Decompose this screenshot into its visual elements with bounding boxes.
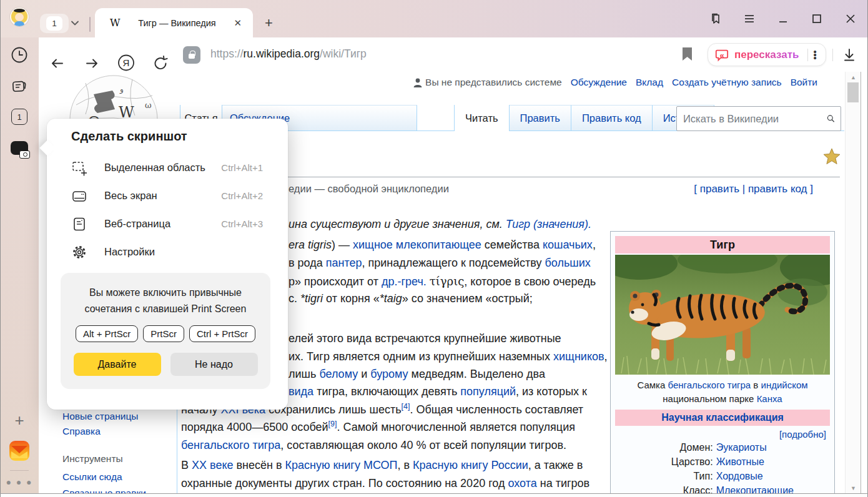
article-link[interactable]: бенгальского тигра <box>181 439 280 451</box>
caption-link[interactable]: Канха <box>757 393 782 404</box>
yandex-search-icon[interactable]: Я <box>117 46 136 80</box>
taxobox-title: Тигр <box>615 236 830 253</box>
forward-icon[interactable] <box>83 46 101 81</box>
profile-avatar[interactable] <box>10 7 29 26</box>
personal-link[interactable]: Обсуждение <box>571 77 627 87</box>
article-link[interactable]: вида <box>289 385 313 398</box>
classification-detail-link[interactable]: [подробно] <box>615 426 830 441</box>
add-panel-button[interactable]: + <box>0 411 39 430</box>
article-text: *tigri <box>300 292 323 305</box>
chevron-down-icon[interactable] <box>70 19 80 27</box>
personal-link[interactable]: Вклад <box>636 77 663 87</box>
article-link[interactable]: больших <box>545 257 591 269</box>
tab-action[interactable]: Править <box>510 105 571 131</box>
search-icon[interactable] <box>827 112 835 125</box>
article-link[interactable]: др.-греч. <box>382 275 427 288</box>
article-link[interactable]: хищное млекопитающее <box>353 239 481 251</box>
personal-link[interactable]: Войти <box>791 77 817 87</box>
sidebar-link[interactable]: Ссылки сюда <box>62 471 122 483</box>
tiger-photo[interactable] <box>615 255 830 375</box>
tab-group-counter[interactable]: 1 <box>40 14 69 33</box>
history-button[interactable] <box>0 46 39 64</box>
scrollbar-edge <box>861 72 861 494</box>
classification-header[interactable]: Научная классификация <box>615 410 830 426</box>
article-link[interactable]: Красную книгу МСОП <box>285 459 398 471</box>
svg-text:W: W <box>119 104 134 119</box>
article-link[interactable]: популяций <box>460 385 516 398</box>
close-window-icon[interactable] <box>844 12 857 25</box>
tab-action[interactable]: Править код <box>571 105 653 131</box>
wikipedia-favicon: W <box>110 17 120 29</box>
address-bar[interactable]: https://ru.wikipedia.org/wiki/Тигр <box>210 47 367 61</box>
article-link[interactable]: кошачьих <box>543 239 593 251</box>
new-tab-button[interactable]: + <box>265 15 273 31</box>
article-text: . Самой многочисленной является популяци… <box>337 421 575 433</box>
article-link[interactable]: [9] <box>328 420 337 428</box>
article-text: , из которых к <box>516 385 587 398</box>
missing-puzzle-piece <box>94 91 115 113</box>
caption-link[interactable]: бенгальского тигра <box>668 380 751 390</box>
article-link[interactable]: Тигр (значения). <box>506 218 591 230</box>
featured-article-star-icon[interactable] <box>823 148 841 165</box>
taxon-value-link[interactable]: Животные <box>716 455 830 469</box>
ssl-lock-icon[interactable] <box>183 46 200 64</box>
sidebar-link[interactable]: Справка <box>62 426 101 437</box>
article-text: , которое в свою очередь <box>464 275 596 288</box>
downloads-icon[interactable] <box>841 47 857 63</box>
article-text: » со значением «острый; <box>402 292 533 305</box>
yandex-mail-button[interactable] <box>0 441 39 461</box>
more-options-icon[interactable]: ••• <box>813 50 816 59</box>
article-link[interactable]: XX веке <box>192 459 233 471</box>
taxon-value-link[interactable]: Хордовые <box>716 470 830 483</box>
page-action-tabs: ЧитатьПравитьПравить кодИстория <box>454 105 714 131</box>
taxon-value-link[interactable]: Млекопитающие <box>716 484 830 494</box>
decline-button[interactable]: Не надо <box>170 353 258 376</box>
pill-divider <box>807 49 808 61</box>
accept-button[interactable]: Давайте <box>74 353 161 376</box>
menu-icon[interactable] <box>743 12 756 25</box>
tab-active-action[interactable]: Читать <box>454 105 510 131</box>
page-scrollbar[interactable]: ▲ ▼ <box>845 72 861 494</box>
toolbar-divider <box>832 49 833 61</box>
article-text: на тигров <box>537 477 589 490</box>
minimize-icon[interactable] <box>777 12 789 25</box>
sidebar-link[interactable]: Новые страницы <box>62 411 138 422</box>
menu-item-весь-экран[interactable]: Весь экранCtrl+Alt+2 <box>47 182 288 210</box>
scroll-up-icon[interactable]: ▲ <box>846 74 861 81</box>
article-link[interactable]: [4] <box>402 402 410 411</box>
tab-count-icon: 1 <box>11 109 27 125</box>
maximize-icon[interactable] <box>811 12 823 25</box>
retell-button[interactable]: « пересказать ••• <box>708 43 826 66</box>
tab-manager-button[interactable]: 1 <box>0 109 39 125</box>
article-text: с. <box>289 292 300 305</box>
taxon-value-link[interactable]: Эукариоты <box>716 441 830 455</box>
article-link[interactable]: пантер <box>326 257 362 269</box>
screenshot-tool-button[interactable] <box>0 141 39 155</box>
personal-link[interactable]: Создать учётную запись <box>672 77 782 87</box>
article-link[interactable]: Красную книгу России <box>413 459 528 471</box>
article-link[interactable]: белому <box>319 368 358 380</box>
caption-link[interactable]: индийском <box>761 380 808 390</box>
bookmarks-panel-icon[interactable] <box>709 12 722 25</box>
article-text: . Общая численность составляет <box>410 403 583 416</box>
popup-menu: Выделенная областьCtrl+Alt+1Весь экранCt… <box>47 154 288 266</box>
menu-item-веб-страница[interactable]: Веб-страницаCtrl+Alt+3 <box>47 210 288 238</box>
article-link[interactable]: бурому <box>370 368 408 380</box>
article-text: , <box>593 239 596 251</box>
reload-icon[interactable] <box>152 46 169 81</box>
section-edit-links[interactable]: [ править | править код ] <box>694 183 813 195</box>
menu-item-настройки[interactable]: Настройки <box>47 238 288 266</box>
rail-more-button[interactable]: ● ● ● <box>0 477 39 487</box>
wiki-search-input[interactable] <box>677 113 827 125</box>
scrollbar-thumb[interactable] <box>847 82 859 102</box>
wiki-search[interactable] <box>676 106 841 131</box>
promo-keys: Alt + PrtScrPrtScrCtrl + PrtScr <box>61 325 270 342</box>
article-link[interactable]: хищников <box>553 350 604 363</box>
collections-button[interactable] <box>0 77 39 95</box>
tab-close-icon[interactable]: ✕ <box>234 17 242 29</box>
back-icon[interactable] <box>49 46 66 81</box>
scroll-down-icon[interactable]: ▼ <box>846 485 861 491</box>
menu-item-выделенная-область[interactable]: Выделенная областьCtrl+Alt+1 <box>47 154 288 182</box>
browser-tab-active[interactable]: W Тигр — Википедия ✕ <box>95 8 253 37</box>
article-link[interactable]: охота <box>508 477 536 490</box>
